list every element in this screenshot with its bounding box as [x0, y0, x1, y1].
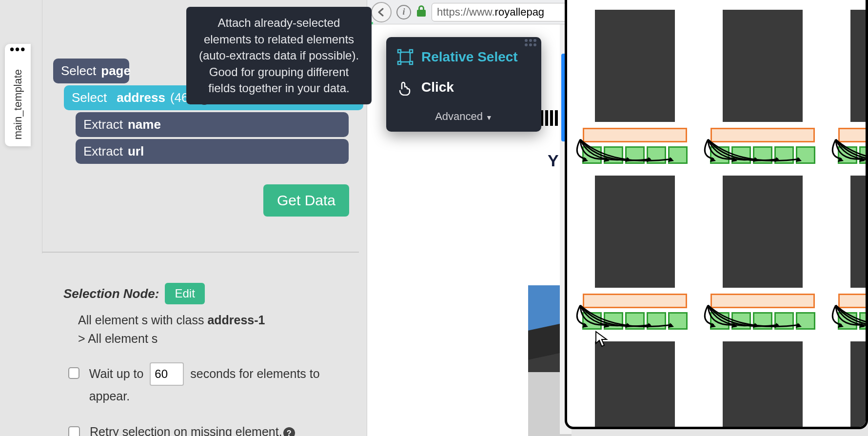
command-type: Select: [61, 63, 96, 79]
selection-preview-overlay: [565, 0, 868, 429]
context-menu: Relative Select Click Advanced▼: [386, 37, 541, 132]
source-highlight: [583, 128, 687, 142]
drag-handle-icon[interactable]: [525, 39, 536, 46]
source-highlight: [710, 128, 815, 142]
preview-cell: [577, 176, 693, 330]
source-highlight: [838, 128, 868, 142]
command-name: url: [128, 144, 144, 159]
wait-checkbox[interactable]: [68, 367, 79, 379]
edit-button[interactable]: Edit: [165, 283, 204, 304]
divider: [42, 252, 359, 253]
wait-seconds-input[interactable]: [150, 362, 184, 386]
click-icon: [397, 79, 414, 96]
target-highlight-row: [582, 312, 688, 330]
menu-item-label: Click: [421, 79, 454, 95]
preview-cell: [705, 176, 821, 330]
sidebar-tab[interactable]: ••• main_template: [5, 44, 31, 146]
command-type: Extract: [83, 117, 123, 132]
selection-description: All element s with class address-1 > All…: [78, 311, 346, 348]
command-select-page[interactable]: Select page: [53, 59, 129, 83]
help-icon[interactable]: ?: [283, 427, 295, 436]
preview-cell: [705, 341, 821, 429]
selection-heading: Selection Node:: [63, 286, 159, 301]
sidebar-tab-label: main_template: [12, 69, 24, 139]
target-highlight-row: [838, 146, 868, 164]
preview-cell: [705, 10, 821, 164]
wait-option: Wait up to seconds for elements to appea…: [68, 362, 346, 407]
target-highlight-row: [710, 312, 815, 330]
command-type: Select: [72, 90, 107, 105]
preview-cell: [832, 341, 868, 429]
menu-item-click[interactable]: Click: [386, 72, 541, 102]
menu-item-label: Relative Select: [421, 49, 518, 65]
retry-option: Retry selection on missing element.?: [68, 421, 346, 436]
svg-rect-13: [398, 61, 401, 64]
target-highlight-row: [838, 312, 868, 330]
menu-item-relative-select[interactable]: Relative Select: [386, 42, 541, 72]
caret-down-icon: ▼: [486, 114, 493, 121]
command-name: address: [117, 90, 165, 105]
command-type: Extract: [83, 144, 123, 159]
command-extract-url[interactable]: Extract url: [76, 139, 349, 164]
preview-cell: [832, 10, 868, 164]
source-highlight: [583, 294, 687, 308]
relative-select-icon: [397, 49, 414, 65]
wait-prefix: Wait up to: [89, 367, 144, 380]
preview-cell: [577, 341, 693, 429]
drag-dots-icon: •••: [10, 48, 26, 52]
browser-toolbar: i https://www.royallepag: [367, 0, 572, 24]
back-button[interactable]: [371, 2, 392, 22]
cursor-icon: [595, 331, 609, 349]
target-highlight-row: [582, 146, 688, 164]
retry-checkbox[interactable]: [68, 426, 80, 436]
command-extract-name[interactable]: Extract name: [76, 112, 349, 137]
url-bar[interactable]: https://www.royallepag: [432, 3, 568, 21]
menu-advanced[interactable]: Advanced▼: [386, 102, 541, 127]
command-name: page: [101, 63, 131, 79]
source-highlight: [710, 294, 815, 308]
command-name: name: [128, 117, 161, 132]
tooltip: Attach already-selected elements to rela…: [186, 7, 372, 104]
lock-icon: [416, 5, 427, 20]
selection-node-section: Selection Node: Edit All element s with …: [63, 283, 346, 436]
target-highlight-row: [710, 146, 815, 164]
retry-label: Retry selection on missing element.: [90, 425, 282, 436]
svg-rect-10: [400, 52, 410, 62]
source-highlight: [838, 294, 868, 308]
svg-rect-11: [398, 50, 401, 53]
preview-cell: [577, 10, 693, 164]
get-data-button[interactable]: Get Data: [263, 184, 349, 217]
nav-fragment: Y: [548, 151, 559, 170]
preview-cell: [832, 176, 868, 330]
svg-rect-12: [410, 50, 413, 53]
svg-rect-14: [410, 61, 413, 64]
info-icon[interactable]: i: [396, 5, 411, 20]
